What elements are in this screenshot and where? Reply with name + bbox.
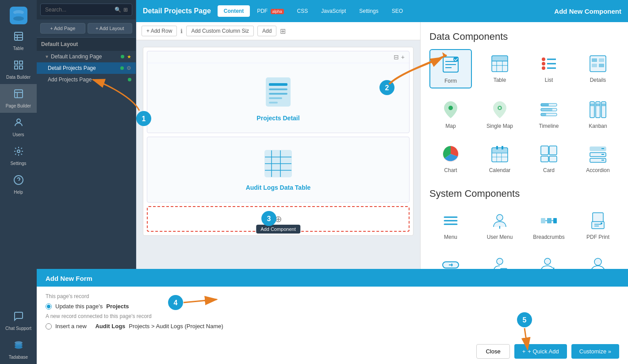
status-dot-green2 — [120, 66, 124, 70]
data-builder-icon — [13, 60, 24, 73]
detail-projects-page-item[interactable]: Detail Projects Page ⚙ — [37, 62, 136, 74]
expand-icon2[interactable]: ⊞ — [280, 27, 286, 35]
settings-gear-icon[interactable]: ⚙ — [126, 65, 131, 71]
component-timeline[interactable]: Timeline — [528, 95, 570, 133]
svg-point-37 — [453, 57, 459, 62]
breadcrumbs-icon — [538, 210, 560, 232]
block-options-icon[interactable]: ⊟ — [394, 54, 399, 61]
svg-point-109 — [594, 258, 601, 265]
tab-settings[interactable]: Settings — [353, 5, 384, 17]
svg-point-20 — [15, 346, 23, 349]
tab-seo[interactable]: SEO — [386, 5, 409, 17]
tab-css[interactable]: CSS — [291, 5, 314, 17]
component-user-menu[interactable]: User Menu — [479, 206, 521, 244]
add-page-button[interactable]: + Add Page — [40, 23, 85, 34]
insert-label: Insert a new — [55, 323, 87, 330]
details-label: Details — [590, 77, 606, 83]
sidebar-item-help[interactable]: Help — [0, 170, 37, 199]
sidebar-item-chat-support[interactable]: Chat Support — [0, 307, 37, 335]
block-add-icon[interactable]: + — [401, 54, 405, 61]
table-icon — [13, 31, 24, 44]
component-menu[interactable]: Menu — [429, 206, 472, 244]
add-custom-col-button[interactable]: Add Custom Column Siz — [186, 26, 254, 36]
quick-add-button[interactable]: + + Quick Add — [514, 344, 567, 359]
audit-logs-content: Audit Logs Data Table — [147, 137, 409, 202]
svg-rect-77 — [496, 146, 498, 149]
sidebar-item-users-label: Users — [12, 132, 24, 137]
sidebar-item-data-builder[interactable]: Data Builder — [0, 55, 37, 84]
add-projects-page-item[interactable]: Add Projects Page — [37, 74, 136, 85]
svg-rect-7 — [15, 61, 18, 64]
close-button[interactable]: Close — [476, 344, 509, 359]
default-layout-title: Default Layout — [37, 37, 136, 51]
component-list[interactable]: List — [528, 49, 570, 88]
component-card[interactable]: Card — [528, 139, 570, 177]
component-single-map[interactable]: Single Map — [479, 95, 521, 133]
insert-radio-input[interactable] — [46, 323, 52, 330]
add-row-button[interactable]: + Add Row — [142, 26, 177, 36]
data-components-grid: Form Table — [429, 49, 619, 177]
sidebar-item-table[interactable]: Table — [0, 27, 37, 55]
svg-point-106 — [544, 258, 551, 264]
sidebar-item-settings[interactable]: Settings — [0, 142, 37, 170]
default-landing-page-item[interactable]: ▾ Default Landing Page ★ — [37, 51, 136, 62]
sidebar-item-tadabase-label: Tadabase — [9, 355, 28, 360]
filter-icon: ⊞ — [123, 7, 128, 13]
timeline-icon — [538, 99, 560, 121]
svg-rect-67 — [590, 103, 594, 106]
logo[interactable] — [0, 4, 37, 27]
breadcrumbs-label: Breadcrumbs — [533, 234, 564, 240]
component-chart[interactable]: Chart — [429, 139, 472, 177]
user-menu-label: User Menu — [487, 234, 513, 240]
detail-projects-page-label: Detail Projects Page — [48, 65, 118, 71]
component-form[interactable]: Form — [429, 49, 472, 88]
sidebar-item-tadabase[interactable]: Tadabase — [0, 335, 37, 364]
sidebar-item-chat-support-label: Chat Support — [5, 326, 31, 331]
form-icon — [440, 54, 462, 76]
tab-content[interactable]: Content — [218, 5, 250, 17]
component-map[interactable]: Map — [429, 95, 472, 133]
details-icon — [587, 53, 609, 75]
component-kanban[interactable]: Kanban — [577, 95, 619, 133]
add-component-icon[interactable]: ⊕ — [275, 214, 282, 224]
component-table[interactable]: Table — [479, 49, 521, 88]
page-builder-icon — [13, 88, 24, 102]
add-new-component-title: Add New Component — [554, 8, 621, 15]
tab-javascript[interactable]: JavaScript — [315, 5, 352, 17]
component-accordion[interactable]: Accordion — [577, 139, 619, 177]
menu-icon — [440, 210, 462, 232]
insert-rest: Projects > Audit Logs (Project Name) — [129, 323, 223, 330]
svg-rect-52 — [599, 58, 604, 62]
svg-point-57 — [499, 107, 501, 109]
svg-point-46 — [542, 62, 545, 65]
component-pdf-print[interactable]: PDF Print — [577, 206, 619, 244]
help-tooltip-icon[interactable]: ℹ — [180, 28, 183, 34]
update-radio-input[interactable] — [46, 303, 52, 310]
sidebar-item-users[interactable]: Users — [0, 113, 37, 142]
add-button[interactable]: Add — [257, 26, 276, 36]
svg-rect-61 — [541, 108, 552, 111]
component-details[interactable]: Details — [577, 49, 619, 88]
tab-pdf[interactable]: PDF alpha — [251, 5, 290, 17]
svg-point-55 — [448, 106, 453, 110]
top-header: Detail Projects Page Content PDF alpha C… — [136, 0, 628, 22]
component-calendar[interactable]: Calendar — [479, 139, 521, 177]
form-actions: Close + + Quick Add Customize » — [37, 340, 628, 363]
audit-logs-row: Audit Logs Data Table — [147, 137, 410, 203]
add-component-area[interactable]: ⊕ Add Component — [147, 206, 410, 232]
svg-rect-63 — [541, 113, 546, 116]
customize-button[interactable]: Customize » — [571, 344, 619, 359]
sidebar-item-data-builder-label: Data Builder — [6, 75, 31, 80]
star-icon: ★ — [127, 54, 131, 60]
bottom-form-header: Add New Form — [37, 270, 628, 287]
help-icon — [13, 175, 24, 188]
svg-rect-51 — [592, 58, 597, 62]
add-layout-button[interactable]: + Add Layout — [88, 23, 133, 34]
component-breadcrumbs[interactable]: Breadcrumbs — [528, 206, 570, 244]
svg-rect-82 — [549, 156, 557, 162]
sidebar-item-help-label: Help — [14, 190, 23, 195]
svg-rect-81 — [541, 156, 548, 162]
form-label: Form — [444, 78, 457, 84]
search-icons: 🔍 ⊞ — [115, 7, 128, 13]
sidebar-item-page-builder[interactable]: Page Builder — [0, 84, 37, 113]
